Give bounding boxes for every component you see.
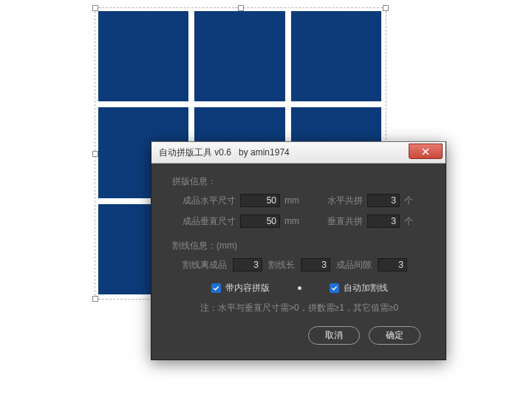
h-count-unit: 个 bbox=[404, 195, 420, 207]
h-count-label: 水平共拼 bbox=[327, 195, 363, 207]
checkbox-with-content[interactable]: 带内容拼版 bbox=[211, 282, 270, 294]
gap-label: 成品间隙 bbox=[336, 259, 372, 271]
v-count-unit: 个 bbox=[404, 215, 420, 228]
h-size-label: 成品水平尺寸 bbox=[183, 195, 236, 207]
checkbox-icon bbox=[330, 283, 339, 293]
grid-cell bbox=[98, 11, 188, 101]
h-count-input[interactable] bbox=[367, 194, 400, 207]
note-text: 注：水平与垂直尺寸需>0，拼数需≥1，其它值需≥0 bbox=[166, 302, 432, 314]
resize-handle[interactable] bbox=[92, 151, 98, 157]
row-h-size: 成品水平尺寸 mm 水平共拼 个 bbox=[183, 194, 432, 207]
dialog-title: 自动拼版工具 v0.6 by amin1974 bbox=[151, 146, 290, 159]
v-count-input[interactable] bbox=[367, 215, 400, 228]
v-count-label: 垂直共拼 bbox=[327, 215, 363, 228]
button-row: 取消 确定 bbox=[166, 326, 432, 345]
h-size-input[interactable] bbox=[240, 194, 280, 207]
checkbox-with-content-label: 带内容拼版 bbox=[225, 282, 270, 294]
resize-handle[interactable] bbox=[383, 5, 389, 11]
grid-cell bbox=[291, 11, 381, 101]
grid-cell bbox=[194, 11, 284, 101]
checkbox-icon bbox=[211, 283, 221, 293]
resize-handle[interactable] bbox=[92, 296, 98, 302]
resize-handle[interactable] bbox=[238, 5, 244, 11]
cancel-button[interactable]: 取消 bbox=[308, 326, 360, 345]
row-v-size: 成品垂直尺寸 mm 垂直共拼 个 bbox=[183, 215, 432, 228]
titlebar[interactable]: 自动拼版工具 v0.6 by amin1974 bbox=[151, 142, 446, 163]
gap-input[interactable] bbox=[378, 258, 407, 271]
close-icon bbox=[422, 148, 429, 155]
v-size-label: 成品垂直尺寸 bbox=[183, 215, 236, 228]
resize-handle[interactable] bbox=[92, 5, 98, 11]
dialog-body: 拼版信息： 成品水平尺寸 mm 水平共拼 个 成品垂直尺寸 mm 垂直共拼 个 … bbox=[151, 163, 446, 359]
section-cut-title: 割线信息：(mm) bbox=[172, 240, 432, 252]
row-cut: 割线离成品 割线长 成品间隙 bbox=[183, 258, 432, 271]
cut-offset-input[interactable] bbox=[233, 258, 262, 271]
checkbox-auto-cut-label: 自动加割线 bbox=[344, 282, 388, 294]
close-button[interactable] bbox=[409, 144, 443, 159]
h-size-unit: mm bbox=[284, 195, 301, 206]
section-layout-title: 拼版信息： bbox=[172, 175, 432, 188]
dialog-auto-imposition: 自动拼版工具 v0.6 by amin1974 拼版信息： 成品水平尺寸 mm … bbox=[151, 141, 446, 360]
cut-offset-label: 割线离成品 bbox=[183, 259, 227, 271]
cut-len-input[interactable] bbox=[301, 258, 330, 271]
v-size-input[interactable] bbox=[240, 215, 280, 228]
separator-dot bbox=[298, 286, 301, 290]
v-size-unit: mm bbox=[284, 216, 301, 226]
checkbox-auto-cut[interactable]: 自动加割线 bbox=[330, 282, 388, 294]
checkbox-row: 带内容拼版 自动加割线 bbox=[166, 282, 432, 294]
ok-button[interactable]: 确定 bbox=[369, 326, 420, 345]
cut-len-label: 割线长 bbox=[268, 259, 295, 271]
